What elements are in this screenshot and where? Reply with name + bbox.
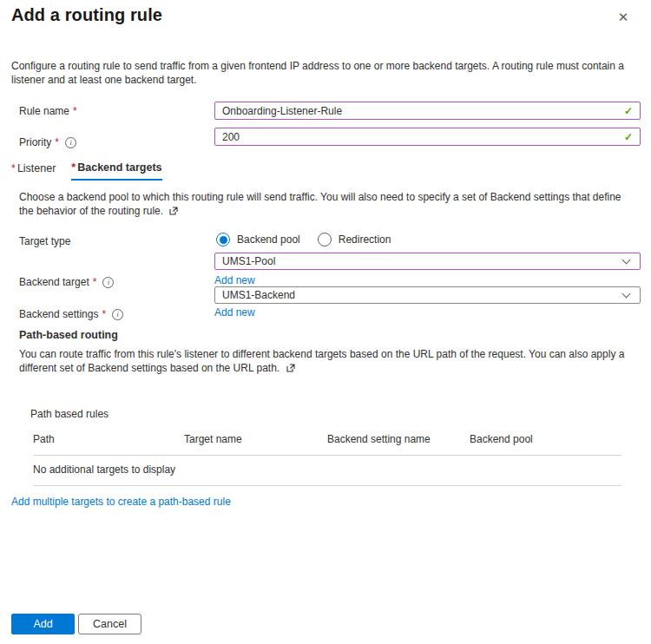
table-header-target-name: Target name	[184, 433, 327, 445]
info-icon[interactable]: i	[102, 277, 114, 288]
required-asterisk: *	[73, 105, 77, 117]
radio-backend-pool[interactable]	[216, 233, 230, 246]
path-section-description-text: You can route traffic from this rule's l…	[19, 348, 624, 374]
required-asterisk: *	[55, 136, 59, 148]
backend-section-description-text: Choose a backend pool to which this rout…	[19, 191, 621, 217]
priority-input[interactable]	[215, 129, 640, 146]
table-header-path: Path	[33, 433, 184, 445]
tab-bar: * Listener * Backend targets	[11, 161, 162, 181]
backend-settings-dropdown-value: UMS1-Backend	[215, 289, 295, 301]
add-path-based-rule-link[interactable]: Add multiple targets to create a path-ba…	[11, 496, 231, 508]
add-routing-rule-panel: Add a routing rule ✕ Configure a routing…	[0, 0, 651, 644]
table-header-backend-setting-name: Backend setting name	[327, 433, 470, 445]
close-button[interactable]: ✕	[611, 5, 635, 30]
target-type-radio-group: Backend pool Redirection	[216, 233, 408, 246]
backend-target-dropdown-value: UMS1-Pool	[215, 255, 275, 267]
priority-label: Priority * i	[19, 136, 76, 148]
close-icon: ✕	[618, 10, 629, 24]
rule-name-input-box: ✓	[214, 102, 641, 120]
valid-check-icon: ✓	[624, 105, 633, 117]
add-button[interactable]: Add	[11, 614, 75, 634]
table-header-row: Path Target name Backend setting name Ba…	[33, 427, 621, 456]
radio-redirection[interactable]	[318, 233, 332, 246]
required-asterisk: *	[71, 161, 76, 174]
tab-listener[interactable]: * Listener	[11, 161, 56, 181]
tab-listener-label: Listener	[17, 162, 56, 174]
info-icon-glyph: i	[69, 138, 72, 147]
backend-section-description: Choose a backend pool to which this rout…	[19, 191, 634, 218]
required-asterisk: *	[93, 276, 97, 288]
backend-settings-add-new-link[interactable]: Add new	[214, 306, 255, 319]
priority-label-text: Priority	[19, 136, 51, 148]
backend-settings-label-text: Backend settings	[19, 308, 98, 320]
backend-target-label: Backend target * i	[19, 276, 114, 288]
tab-backend-targets-label: Backend targets	[77, 161, 161, 174]
path-based-routing-heading: Path-based routing	[19, 329, 118, 341]
page-title: Add a routing rule	[11, 5, 162, 25]
info-icon[interactable]: i	[112, 309, 123, 320]
rule-name-input[interactable]	[215, 103, 640, 120]
path-based-rules-label: Path based rules	[30, 408, 108, 420]
required-asterisk: *	[102, 308, 106, 320]
rule-name-label-text: Rule name	[19, 105, 69, 117]
target-type-label-text: Target type	[19, 235, 70, 247]
tab-backend-targets[interactable]: * Backend targets	[71, 161, 161, 181]
backend-target-dropdown[interactable]: UMS1-Pool	[214, 253, 641, 270]
chevron-down-icon	[622, 256, 631, 265]
cancel-button[interactable]: Cancel	[78, 614, 141, 634]
backend-settings-label: Backend settings * i	[19, 308, 123, 320]
table-header-backend-pool: Backend pool	[470, 433, 621, 445]
radio-redirection-label[interactable]: Redirection	[339, 233, 391, 246]
path-based-rules-table: Path Target name Backend setting name Ba…	[33, 427, 621, 486]
table-empty-message: No additional targets to display	[33, 456, 621, 486]
chevron-down-icon	[622, 290, 631, 299]
radio-backend-pool-label[interactable]: Backend pool	[237, 233, 300, 246]
backend-settings-dropdown[interactable]: UMS1-Backend	[214, 286, 641, 304]
info-icon-glyph: i	[108, 278, 110, 286]
rule-name-label: Rule name *	[19, 105, 77, 117]
required-asterisk: *	[11, 162, 16, 174]
info-icon-glyph: i	[116, 310, 119, 319]
path-section-description: You can route traffic from this rule's l…	[19, 348, 634, 375]
priority-input-box: ✓	[214, 128, 641, 146]
intro-text: Configure a routing rule to send traffic…	[11, 60, 641, 87]
external-link-icon	[286, 364, 295, 372]
backend-target-label-text: Backend target	[19, 276, 89, 288]
external-link-icon	[169, 207, 178, 215]
target-type-label: Target type	[19, 235, 70, 247]
info-icon[interactable]: i	[65, 137, 76, 148]
valid-check-icon: ✓	[624, 131, 633, 143]
backend-target-add-new-link[interactable]: Add new	[214, 274, 255, 286]
